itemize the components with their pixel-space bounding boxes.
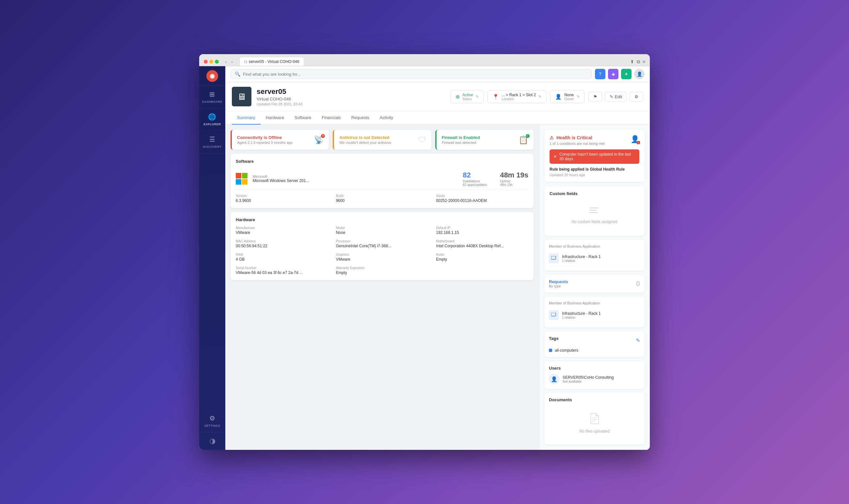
search-input[interactable] bbox=[243, 72, 587, 77]
documents-card: Documents No files uploaded bbox=[544, 393, 645, 445]
owner-edit-icon[interactable]: ✎ bbox=[577, 95, 579, 99]
support-button[interactable]: ? bbox=[595, 69, 605, 79]
tab-financials[interactable]: Financials bbox=[316, 111, 346, 125]
user-name: SERVER05\CoHo Consulting bbox=[562, 375, 614, 380]
installations-num: 82 bbox=[463, 171, 470, 179]
health-alerts-row: Connectivity is Offline Agent 2.1.6 repo… bbox=[230, 130, 534, 150]
fullscreen-icon[interactable]: ⧉ bbox=[637, 59, 640, 65]
asset-name: server05 bbox=[257, 87, 445, 96]
support-icon: ? bbox=[599, 71, 602, 77]
hardware-field: Manufacturer VMware bbox=[236, 226, 328, 235]
bottom-logo-icon: ◑ bbox=[209, 437, 215, 445]
content-area: Connectivity is Offline Agent 2.1.6 repo… bbox=[225, 125, 650, 450]
sidebar-item-dashboard[interactable]: ⊞ Dashboard bbox=[199, 86, 225, 108]
sidebar-bottom-logo: ◑ bbox=[199, 432, 225, 450]
hardware-field: Model None bbox=[336, 226, 429, 235]
status-icon: ⊕ bbox=[455, 94, 460, 100]
gear-icon: ⚙ bbox=[635, 94, 638, 99]
users-title: Users bbox=[549, 366, 640, 371]
add-icon: + bbox=[625, 71, 628, 77]
tab-summary[interactable]: Summary bbox=[232, 111, 261, 125]
hw-label: Warranty Expiration bbox=[336, 266, 429, 270]
hw-value: None bbox=[336, 230, 429, 235]
owner-value: None bbox=[564, 93, 574, 97]
uptime-sub: 48m 19s bbox=[500, 183, 512, 186]
hw-value: Empty bbox=[336, 270, 429, 275]
tag-name: all-computers bbox=[555, 348, 578, 353]
add-button[interactable]: + bbox=[621, 69, 631, 79]
documents-empty-text: No files uploaded bbox=[579, 429, 610, 434]
extension-button[interactable]: ◈ bbox=[608, 69, 619, 79]
hardware-title: Hardware bbox=[236, 217, 529, 222]
sidebar-label-explorer: Explorer bbox=[204, 123, 221, 126]
hw-value: VMware bbox=[336, 257, 429, 262]
member-of-1-header: Member of Business Application bbox=[549, 244, 640, 248]
health-avatar: 👤 ! bbox=[630, 135, 639, 144]
sidebar-label-dashboard: Dashboard bbox=[202, 100, 222, 103]
main-content: 🔍 ? ◈ + 👤 bbox=[225, 66, 650, 450]
search-bar: 🔍 bbox=[230, 69, 592, 79]
tab-requests[interactable]: Requests bbox=[346, 111, 375, 125]
hardware-field: Motherboard Intel Corporation 440BX Desk… bbox=[436, 239, 529, 248]
avatar-button[interactable]: 👤 bbox=[634, 69, 645, 79]
back-button[interactable]: ‹ bbox=[224, 59, 228, 65]
tags-edit-button[interactable]: ✎ bbox=[636, 337, 640, 343]
maximize-dot[interactable] bbox=[215, 60, 219, 64]
gear-button[interactable]: ⚙ bbox=[629, 92, 643, 102]
close-dot[interactable] bbox=[204, 60, 208, 64]
user-avatar: 👤 bbox=[549, 374, 559, 384]
sw-name: Microsoft Windows Server 201... bbox=[253, 178, 309, 183]
status-badge[interactable]: ⊕ Active Status ✎ bbox=[451, 90, 484, 103]
sidebar-item-settings[interactable]: ⚙ Settings bbox=[199, 410, 225, 432]
sidebar-item-discovery[interactable]: ☰ Discovery bbox=[199, 131, 225, 153]
hw-label: Graphics bbox=[336, 253, 429, 256]
user-status: Not available bbox=[562, 380, 614, 383]
build-value: 9600 bbox=[336, 198, 429, 203]
tab-hardware[interactable]: Hardware bbox=[261, 111, 289, 125]
antivirus-title: Antivirus is not Detected bbox=[339, 135, 391, 140]
location-value: ... > Rack 1 > Slot 2 bbox=[502, 93, 536, 97]
hardware-field: Serial Number VMware-56 4d 03 ea 3f 6c e… bbox=[236, 266, 328, 275]
hw-value: 4 GB bbox=[236, 257, 328, 262]
tag-item-all-computers: all-computers bbox=[549, 348, 640, 353]
software-title: Software bbox=[236, 159, 529, 164]
health-panel: ⚠ Health is Critical 1 of 1 conditions a… bbox=[544, 130, 645, 182]
browser-tab[interactable]: □ server05 - Virtual COHO-046 bbox=[240, 57, 304, 66]
member-of-2-card: Member of Business Application Infrastru… bbox=[544, 296, 645, 327]
member-of-2-item[interactable]: Infrastructure - Rack 1 1 relation bbox=[549, 308, 640, 323]
hardware-field: MAC Address 00:50:56:94:51:22 bbox=[236, 239, 328, 248]
firewall-alert: Firewall is Enabled Firewall was detecte… bbox=[435, 130, 534, 150]
hw-label: Processor bbox=[336, 239, 429, 243]
location-badge[interactable]: 📍 ... > Rack 1 > Slot 2 Location ✎ bbox=[487, 90, 546, 103]
hardware-field: RAM 4 GB bbox=[236, 253, 328, 262]
health-updated: Updated 20 hours ago bbox=[550, 173, 639, 177]
tab-activity[interactable]: Activity bbox=[375, 111, 398, 125]
share-icon[interactable]: ⬆ bbox=[630, 59, 634, 65]
sidebar-item-explorer[interactable]: 🌐 Explorer bbox=[199, 108, 225, 131]
forward-button[interactable]: › bbox=[230, 59, 234, 65]
asset-header: 🖥 server05 Virtual COHO-046 Updated Feb … bbox=[225, 82, 650, 111]
settings-icon: ⚙ bbox=[209, 414, 215, 422]
status-edit-icon[interactable]: ✎ bbox=[476, 95, 479, 99]
requests-subtitle: By type bbox=[549, 284, 568, 288]
version-value: 6.3.9600 bbox=[236, 198, 328, 203]
sw-uptime: 48m 19s Uptime 48m 19s bbox=[500, 171, 529, 186]
status-label: Status bbox=[462, 97, 473, 101]
tab-software[interactable]: Software bbox=[289, 111, 316, 125]
browser-chrome: ‹ › □ server05 - Virtual COHO-046 ⬆ ⧉ ≡ bbox=[199, 54, 650, 66]
member-of-1-item[interactable]: Infrastructure - Rack 1 1 relation bbox=[549, 251, 640, 266]
hardware-field: Graphics VMware bbox=[336, 253, 429, 262]
tags-card: Tags ✎ all-computers bbox=[544, 331, 645, 357]
minimize-dot[interactable] bbox=[209, 60, 213, 64]
more-icon[interactable]: ≡ bbox=[643, 59, 645, 65]
flag-button[interactable]: ⚑ bbox=[588, 92, 602, 102]
installations-label: Installations bbox=[463, 179, 480, 183]
sidebar-label-settings: Settings bbox=[204, 424, 220, 427]
location-edit-icon[interactable]: ✎ bbox=[538, 95, 541, 99]
owner-badge[interactable]: 👤 None Owner ✎ bbox=[550, 90, 584, 103]
build-item: Build: 9600 bbox=[336, 194, 429, 203]
edit-button[interactable]: ✎ Edit bbox=[605, 92, 627, 102]
health-title: ⚠ Health is Critical bbox=[550, 135, 605, 140]
antivirus-desc: We couldn't detect your antivirus bbox=[339, 141, 391, 145]
ms-logo bbox=[236, 173, 247, 185]
